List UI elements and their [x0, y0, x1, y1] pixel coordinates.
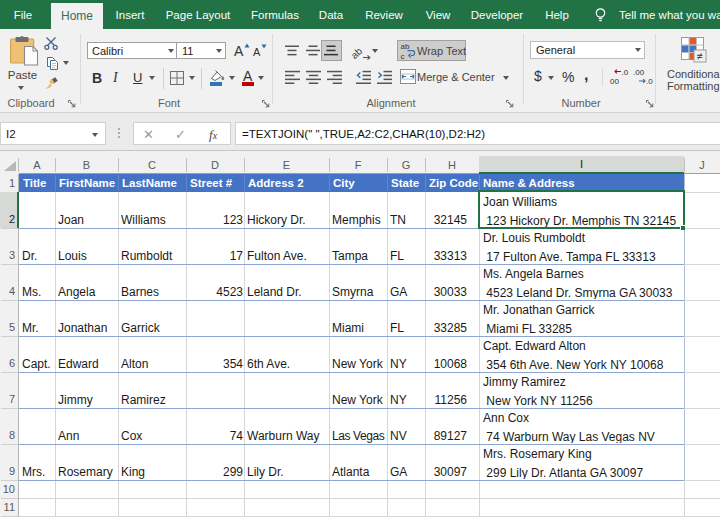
svg-text:≠: ≠ — [697, 50, 703, 62]
svg-text:.00: .00 — [633, 68, 645, 77]
svg-text:.0: .0 — [622, 68, 629, 77]
svg-text:.0: .0 — [646, 77, 653, 86]
svg-text:c: c — [401, 52, 405, 61]
svg-text:ab: ab — [401, 42, 410, 51]
svg-text:00: 00 — [610, 77, 619, 86]
